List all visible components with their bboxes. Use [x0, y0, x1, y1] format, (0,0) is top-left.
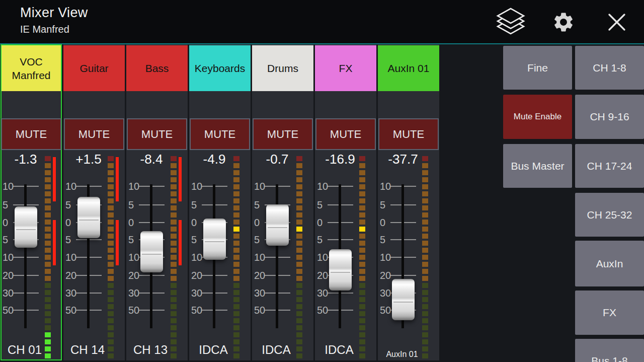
fader-knob-seam	[331, 272, 350, 273]
level-meter-segment	[233, 276, 239, 281]
level-meter-segment	[108, 205, 114, 210]
fader-knob[interactable]	[140, 231, 163, 272]
fader-knob[interactable]	[77, 197, 100, 238]
level-meter-segment	[171, 262, 177, 267]
level-meter-segment	[171, 311, 177, 316]
bank-button-auxin[interactable]: AuxIn	[575, 241, 644, 286]
level-meter-segment	[359, 325, 365, 330]
level-meter-segment	[233, 248, 239, 253]
level-meter-segment	[296, 304, 302, 309]
channel-id-label: AuxIn 01	[378, 349, 426, 360]
level-meter-segment	[45, 262, 51, 267]
level-meter-segment	[359, 177, 365, 182]
bank-button-bus-1-8[interactable]: Bus 1-8	[575, 339, 644, 362]
channel-id-label: IDCA	[252, 342, 300, 357]
level-meter-segment	[45, 212, 51, 218]
mute-button[interactable]: MUTE	[127, 118, 187, 150]
level-meter-segment	[45, 332, 51, 337]
mute-button[interactable]: MUTE	[64, 118, 124, 150]
fader-scale-label: 10	[254, 180, 265, 192]
channel-name-header[interactable]: FX	[315, 45, 376, 91]
channel-name-header[interactable]: AuxIn 01	[378, 45, 439, 91]
titlebar: Mixer View IE Manfred	[0, 0, 644, 43]
fader-knob[interactable]	[392, 279, 415, 320]
level-meter-segment	[422, 290, 428, 295]
fader-scale-label: 5	[254, 199, 260, 211]
fader-db-value: -1.3	[1, 151, 51, 167]
level-meter-segment	[296, 220, 302, 225]
fader-scale-label: 0	[191, 216, 197, 229]
level-meter-segment	[233, 290, 239, 295]
level-meter-segment	[359, 198, 365, 203]
fader-scale-label: 30	[317, 287, 328, 299]
sidebar-button-fine[interactable]: Fine	[503, 46, 572, 90]
sidebar-button-bus-master[interactable]: Bus Master	[503, 144, 572, 188]
level-meter-segment	[233, 156, 239, 161]
fader-knob[interactable]	[203, 219, 226, 260]
level-meter-segment	[108, 220, 114, 225]
channel-strip: KeyboardsMUTE-4.91050510203050IDCA	[189, 44, 251, 360]
level-meter-segment	[233, 234, 239, 239]
fader-scale-label: 10	[380, 180, 391, 192]
level-meter-segment	[296, 325, 302, 330]
fader-knob[interactable]	[15, 206, 37, 248]
bank-button-fx[interactable]: FX	[575, 291, 644, 335]
level-meter-segment	[422, 332, 428, 337]
level-meter-segment	[108, 269, 114, 274]
level-meter-segment	[233, 325, 239, 330]
sidebar-button-mute-enable[interactable]: Mute Enable	[503, 95, 572, 139]
fader-db-value: +1.5	[63, 151, 114, 167]
level-meter-segment	[45, 276, 51, 281]
level-meter-segment	[171, 269, 177, 274]
mute-button[interactable]: MUTE	[190, 118, 250, 150]
channel-name-header[interactable]: Drums	[252, 45, 313, 91]
level-meter-segment	[422, 276, 428, 281]
level-meter-segment	[422, 248, 428, 253]
peak-hold-bar	[179, 220, 182, 265]
fader-scale-label: 0	[317, 216, 323, 229]
fader-scale-label: 10	[128, 180, 139, 192]
fader-scale-label: 20	[380, 269, 391, 281]
level-meter-segment	[45, 311, 51, 316]
fader-knob[interactable]	[266, 204, 289, 246]
bank-button-ch-25-32[interactable]: CH 25-32	[575, 193, 644, 237]
level-meter-segment	[45, 255, 51, 260]
channel-name-header[interactable]: Keyboards	[189, 45, 251, 91]
level-meter-segment	[171, 276, 177, 281]
fader-scale-label: 0	[380, 216, 385, 229]
bank-button-ch-17-24[interactable]: CH 17-24	[575, 144, 644, 188]
fader-scale-label: 5	[191, 234, 197, 246]
bank-button-ch-1-8[interactable]: CH 1-8	[575, 46, 644, 90]
mute-button[interactable]: MUTE	[253, 118, 313, 150]
mute-button[interactable]: MUTE	[315, 118, 376, 150]
level-meter-segment	[422, 318, 428, 323]
level-meter-segment	[171, 177, 177, 182]
level-meter-segment	[422, 177, 428, 182]
settings-button[interactable]	[552, 11, 575, 34]
channel-name-header[interactable]: Bass	[126, 45, 188, 91]
level-meter-segment	[296, 205, 302, 210]
level-meter-segment	[108, 290, 114, 295]
level-meter-segment	[108, 163, 114, 168]
fader-scale-label: 5	[3, 199, 8, 211]
level-meter-segment	[296, 255, 302, 260]
level-meter-segment	[296, 269, 302, 274]
mute-button[interactable]: MUTE	[378, 118, 439, 150]
level-meter-segment	[171, 191, 177, 196]
fader-knob-seam	[268, 227, 287, 228]
channel-strip: BassMUTE-8.41050510203050CH 13	[126, 44, 188, 360]
level-meter-segment	[233, 318, 239, 323]
fader-knob[interactable]	[329, 249, 352, 291]
channel-name-header[interactable]: Guitar	[63, 45, 125, 91]
level-meter-segment	[108, 325, 114, 330]
fader-track[interactable]	[24, 184, 27, 328]
level-meter-segment	[422, 170, 428, 175]
fader-scale-label: 10	[380, 251, 391, 263]
close-button[interactable]	[605, 10, 629, 34]
bank-button-ch-9-16[interactable]: CH 9-16	[575, 95, 644, 139]
mute-button[interactable]: MUTE	[1, 118, 61, 150]
fader-scale-label: 0	[254, 216, 260, 229]
level-meter-segment	[108, 304, 114, 309]
layers-button[interactable]	[495, 7, 526, 36]
channel-name-header[interactable]: VOC Manfred	[2, 45, 61, 91]
